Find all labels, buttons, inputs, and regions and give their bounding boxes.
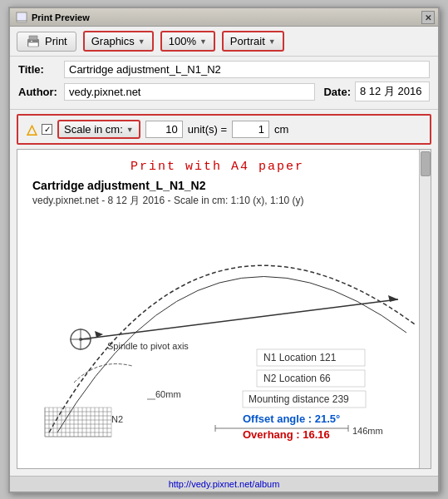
doc-title: Cartridge adjustment_L_N1_N2 <box>32 179 402 192</box>
scale-section: △ ✓ Scale in cm: ▼ unit(s) = cm <box>17 114 431 145</box>
title-row: Title: Cartridge adjustment_L_N1_N2 <box>18 61 430 78</box>
svg-text:146mm: 146mm <box>352 426 383 436</box>
svg-text:Mounting distance 239: Mounting distance 239 <box>249 393 349 405</box>
scale-unit-text: cm <box>274 123 288 136</box>
svg-text:Offset angle : 21.5°: Offset angle : 21.5° <box>243 413 340 425</box>
orientation-arrow-icon: ▼ <box>268 37 276 46</box>
print-label: Print <box>45 35 67 47</box>
date-value: 8 12 月 2016 <box>355 82 430 101</box>
orientation-dropdown[interactable]: Portrait ▼ <box>222 31 284 52</box>
url-bar: http://vedy.pixnet.net/album <box>10 476 438 492</box>
author-row: Author: vedy.pixnet.net Date: 8 12 月 201… <box>18 82 430 101</box>
print-preview-window: Print Preview ✕ Print Graphics ▼ 100% ▼ <box>8 7 440 493</box>
graphics-arrow-icon: ▼ <box>138 37 145 46</box>
window-icon <box>15 11 28 24</box>
print-button[interactable]: Print <box>17 32 76 52</box>
preview-content: Print with A4 paper Cartridge adjustment… <box>17 150 419 447</box>
svg-marker-12 <box>388 295 398 302</box>
technical-drawing: Spindle to pivot axis N2 Location 66 N1 … <box>32 216 431 441</box>
svg-rect-1 <box>17 13 26 20</box>
toolbar: Print Graphics ▼ 100% ▼ Portrait ▼ <box>10 27 438 57</box>
scale-unit-label: Scale in cm: <box>64 123 123 136</box>
paper-label: Print with A4 paper <box>32 160 402 174</box>
titlebar: Print Preview ✕ <box>10 8 438 27</box>
scale-triangle-icon: △ <box>27 121 37 137</box>
author-value: vedy.pixnet.net <box>64 83 315 101</box>
graphics-label: Graphics <box>91 35 135 47</box>
graphics-dropdown[interactable]: Graphics ▼ <box>83 31 154 52</box>
svg-text:N2 Location 66: N2 Location 66 <box>263 373 331 384</box>
title-label: Title: <box>18 63 64 76</box>
footer-url: http://vedy.pixnet.net/album <box>169 479 280 489</box>
document-info: Title: Cartridge adjustment_L_N1_N2 Auth… <box>10 57 438 110</box>
zoom-arrow-icon: ▼ <box>199 37 207 46</box>
scale-value2-input[interactable] <box>232 121 269 138</box>
scale-value1-input[interactable] <box>145 121 183 138</box>
svg-text:N2: N2 <box>111 414 123 424</box>
preview-area: Print with A4 paper Cartridge adjustment… <box>17 149 431 469</box>
zoom-dropdown[interactable]: 100% ▼ <box>160 31 215 52</box>
svg-text:60mm: 60mm <box>155 389 181 399</box>
svg-rect-4 <box>29 36 37 40</box>
window-title: Print Preview <box>32 12 433 22</box>
svg-text:Overhang : 16.16: Overhang : 16.16 <box>243 428 330 441</box>
scale-equals-label: unit(s) = <box>188 123 227 136</box>
scrollbar-thumb[interactable] <box>421 151 431 176</box>
close-button[interactable]: ✕ <box>421 11 435 24</box>
title-value: Cartridge adjustment_L_N1_N2 <box>64 61 430 78</box>
orientation-label: Portrait <box>230 35 265 47</box>
date-label: Date: <box>323 86 351 98</box>
svg-text:Spindle to pivot axis: Spindle to pivot axis <box>107 341 189 351</box>
svg-line-11 <box>81 299 398 339</box>
zoom-label: 100% <box>169 35 196 47</box>
author-label: Author: <box>18 86 64 98</box>
svg-text:N1 Location 121: N1 Location 121 <box>263 352 337 363</box>
svg-rect-5 <box>28 42 38 47</box>
svg-rect-2 <box>17 21 27 22</box>
drawing-container: Spindle to pivot axis N2 Location 66 N1 … <box>32 216 402 441</box>
scale-unit-arrow-icon: ▼ <box>126 126 134 134</box>
svg-rect-6 <box>31 41 32 42</box>
doc-meta: vedy.pixnet.net - 8 12 月 2016 - Scale in… <box>32 194 402 208</box>
scale-checkbox[interactable]: ✓ <box>42 124 52 135</box>
scale-unit-dropdown[interactable]: Scale in cm: ▼ <box>57 120 140 139</box>
printer-icon <box>26 35 41 48</box>
